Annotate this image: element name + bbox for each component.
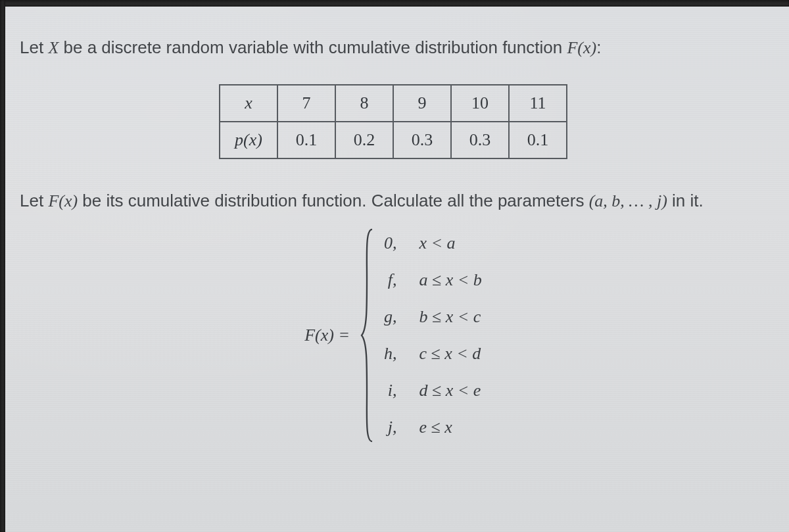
var-X: X [48, 38, 59, 57]
case-value: f, [384, 270, 397, 290]
p-cell: 0.3 [393, 122, 451, 158]
x-cell: 7 [277, 85, 335, 122]
text: Let [20, 37, 48, 57]
param-tuple: (a, b, … , j) [589, 191, 667, 210]
case-value: g, [384, 307, 397, 327]
p-cell: 0.1 [277, 122, 335, 158]
table-row: x 7 8 9 10 11 [220, 85, 567, 122]
x-cell: 11 [509, 85, 567, 122]
x-cell: 8 [335, 85, 393, 122]
case-condition: e ≤ x [419, 418, 481, 437]
x-cell: 9 [393, 85, 451, 122]
question-panel: Let X be a discrete random variable with… [5, 7, 789, 532]
case-condition: x < a [419, 233, 481, 253]
text: be its cumulative distribution function.… [78, 191, 589, 210]
case-value: j, [384, 418, 397, 437]
text: be a discrete random variable with cumul… [59, 37, 567, 57]
text: Let [20, 191, 48, 210]
prompt-line-2: Let F(x) be its cumulative distribution … [20, 189, 767, 212]
p-cell: 0.3 [451, 122, 509, 158]
case-condition: b ≤ x < c [419, 307, 481, 327]
p-cell: 0.1 [509, 122, 567, 158]
left-brace-icon [360, 227, 373, 444]
pmf-table: x 7 8 9 10 11 p(x) 0.1 0.2 0.3 0.3 0.1 [219, 84, 567, 159]
case-condition: a ≤ x < b [419, 270, 481, 290]
row-header-px: p(x) [220, 122, 277, 158]
fn-Fx: F(x) = [304, 326, 350, 345]
bezel-left [0, 0, 5, 532]
case-condition: c ≤ x < d [419, 344, 481, 364]
text: : [596, 37, 601, 57]
x-cell: 10 [451, 85, 509, 122]
case-value: h, [384, 344, 397, 364]
text: in it. [667, 191, 704, 210]
prompt-line-1: Let X be a discrete random variable with… [20, 36, 767, 59]
p-cell: 0.2 [335, 122, 393, 158]
case-value: 0, [384, 233, 397, 253]
fn-Fx: F(x) [567, 38, 596, 57]
piecewise-cases: 0, x < a f, a ≤ x < b g, b ≤ x < c h, c … [384, 227, 482, 444]
bezel-top [0, 0, 789, 7]
case-value: i, [384, 381, 397, 400]
fn-Fx: F(x) [48, 191, 78, 210]
table-row: p(x) 0.1 0.2 0.3 0.3 0.1 [220, 122, 567, 158]
row-header-x: x [220, 85, 277, 122]
equation-label: F(x) = [304, 326, 350, 345]
cdf-definition: F(x) = 0, x < a f, a ≤ x < b g, b ≤ x < … [20, 227, 767, 444]
case-condition: d ≤ x < e [419, 381, 481, 400]
